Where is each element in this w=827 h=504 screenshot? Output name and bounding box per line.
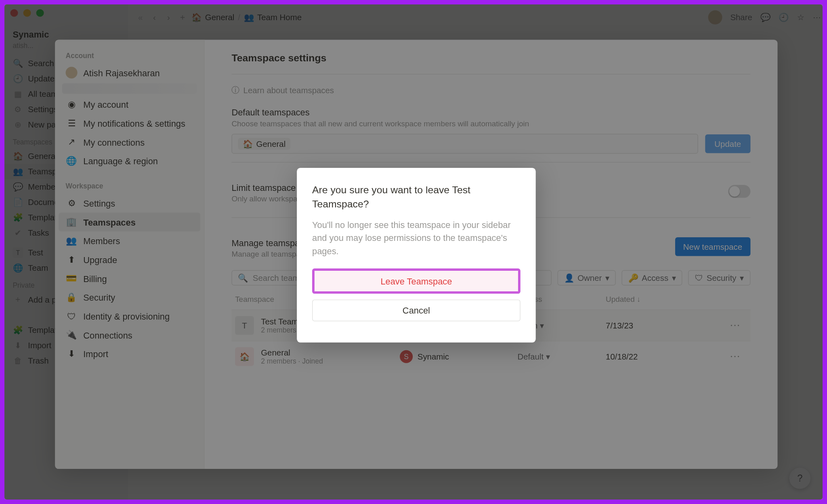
leave-teamspace-button[interactable]: Leave Teamspace <box>312 268 521 294</box>
leave-teamspace-modal: Are you sure you want to leave Test Team… <box>297 168 536 343</box>
modal-title: Are you sure you want to leave Test Team… <box>312 183 521 211</box>
modal-description: You'll no longer see this teamspace in y… <box>312 218 521 258</box>
cancel-button[interactable]: Cancel <box>312 300 521 322</box>
